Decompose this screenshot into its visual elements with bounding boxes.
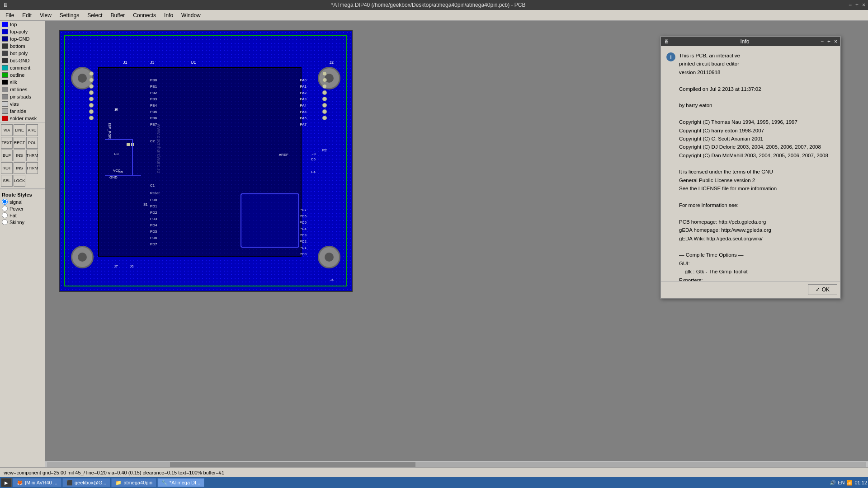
- layer-far-side[interactable]: far side: [0, 108, 45, 115]
- menu-view[interactable]: View: [36, 11, 55, 19]
- dialog-minimize[interactable]: −: [821, 38, 824, 45]
- scrollbar-track[interactable]: [47, 462, 866, 467]
- smd-pad: [127, 143, 130, 146]
- layer-rat-lines[interactable]: rat lines: [0, 86, 45, 93]
- titlebar: 🖥 *ATmega DIP40 (/home/geekbox/Desktop/a…: [0, 0, 868, 10]
- menu-file[interactable]: File: [2, 11, 18, 19]
- route-skinny[interactable]: Skinny: [2, 219, 43, 225]
- route-power[interactable]: Power: [2, 205, 43, 212]
- label-isp: ISP_PGR: [108, 123, 112, 139]
- layer-rat-label: rat lines: [10, 87, 28, 92]
- route-signal[interactable]: signal: [2, 198, 43, 205]
- layer-bottom-label: bottom: [10, 43, 25, 49]
- menu-edit[interactable]: Edit: [19, 11, 35, 19]
- menu-settings[interactable]: Settings: [56, 11, 83, 19]
- dialog-icon: 🖥: [664, 38, 669, 45]
- statusbar-bottom: view=component grid=25.00 mil 45_/ line=…: [0, 467, 868, 477]
- label-c1: C1: [150, 183, 155, 188]
- layer-top[interactable]: top: [0, 21, 45, 28]
- label-j1: J1: [123, 60, 127, 65]
- tool-line[interactable]: LINE: [14, 124, 25, 136]
- minimize-button[interactable]: −: [849, 2, 852, 8]
- layer-pins-label: pins/pads: [10, 94, 31, 99]
- label-pb6: PB6: [150, 116, 157, 120]
- taskbar-filemanager[interactable]: 📁 atmega40pin: [111, 478, 156, 487]
- scrollbar-thumb[interactable]: [170, 462, 416, 467]
- label-c6: C6: [311, 157, 316, 161]
- layer-bottom-color: [2, 43, 8, 49]
- layer-outline[interactable]: outline: [0, 71, 45, 79]
- layer-bot-gnd[interactable]: bot-GND: [0, 57, 45, 64]
- layer-bot-gnd-label: bot-GND: [10, 58, 29, 63]
- corner-hole-bl: [78, 253, 87, 262]
- close-button[interactable]: ×: [862, 2, 865, 8]
- dialog-maximize[interactable]: +: [827, 38, 830, 45]
- tool-thrm[interactable]: THRM: [26, 150, 38, 161]
- layer-rat-color: [2, 87, 8, 92]
- layer-pins-pads[interactable]: pins/pads: [0, 93, 45, 100]
- maximize-button[interactable]: +: [855, 2, 859, 8]
- layer-silk[interactable]: silk: [0, 79, 45, 86]
- layer-outline-label: outline: [10, 72, 24, 78]
- tool-buf[interactable]: BUF: [1, 150, 13, 161]
- menu-info[interactable]: Info: [160, 11, 177, 19]
- tool-sel[interactable]: SEL: [1, 175, 13, 187]
- tool-via[interactable]: VIA: [1, 124, 13, 136]
- menu-window[interactable]: Window: [178, 11, 204, 19]
- layer-solder-mask[interactable]: solder mask: [0, 115, 45, 122]
- sidebar: top top-poly top-GND bottom bot-poly bot…: [0, 21, 45, 467]
- ok-button[interactable]: ✓ OK: [808, 284, 837, 295]
- layer-top-gnd[interactable]: top-GND: [0, 35, 45, 42]
- tool-text[interactable]: TEXT: [1, 137, 13, 149]
- dialog-title: Info: [740, 38, 749, 45]
- label-pa1: PA1: [300, 84, 307, 89]
- start-button[interactable]: ▶: [1, 478, 12, 487]
- layer-vias[interactable]: vias: [0, 100, 45, 108]
- volume-icon[interactable]: 🔊: [830, 480, 836, 486]
- status-text: view=component grid=25.00 mil 45_/ line=…: [4, 470, 224, 475]
- corner-hole-tl: [78, 74, 87, 83]
- layer-top-poly-label: top-poly: [10, 29, 28, 34]
- dialog-footer: ✓ OK: [661, 281, 840, 298]
- taskbar-terminal[interactable]: ⬛ geekbox@G...: [62, 478, 110, 487]
- trace-v1: [132, 139, 133, 175]
- pad: [89, 78, 94, 82]
- taskbar-firefox[interactable]: 🦊 [Mini AVR40 ...: [13, 478, 61, 487]
- tool-poly[interactable]: POL: [26, 137, 38, 149]
- tool-arc[interactable]: ARC: [26, 124, 38, 136]
- pcb-board[interactable]: J3 U1 J2 J5 J1 PB0 PB1 PB2 PB3 PB4 PB5 P…: [59, 30, 353, 292]
- taskbar-pcb[interactable]: 🔧 *ATmega DI...: [157, 478, 204, 487]
- label-pb5: PB5: [150, 110, 157, 114]
- tool-thrm2[interactable]: THRM: [26, 162, 38, 174]
- menu-buffer[interactable]: Buffer: [107, 11, 129, 19]
- layer-bot-poly[interactable]: bot-poly: [0, 50, 45, 57]
- layer-comment-color: [2, 65, 8, 70]
- horizontal-scrollbar[interactable]: [45, 461, 868, 467]
- dialog-close[interactable]: ×: [834, 38, 837, 45]
- label-s1: S1: [143, 202, 148, 206]
- label-pc5: PC5: [299, 221, 307, 225]
- label-j3: J3: [150, 60, 155, 65]
- tool-rot[interactable]: ROT: [1, 162, 13, 174]
- layer-comment[interactable]: comment: [0, 64, 45, 71]
- label-pc6: PC6: [299, 214, 307, 218]
- dialog-controls: − + ×: [821, 38, 837, 45]
- corner-pad-tr: [318, 67, 340, 89]
- keyboard-layout: EN: [838, 480, 844, 485]
- menu-connects[interactable]: Connects: [129, 11, 160, 19]
- window-title: *ATmega DIP40 (/home/geekbox/Desktop/atm…: [8, 2, 849, 8]
- route-styles-section: Route Styles signal Power Fat Skinny: [0, 189, 45, 227]
- tool-ins[interactable]: INS: [14, 150, 25, 161]
- layer-top-gnd-color: [2, 36, 8, 42]
- layer-top-gnd-label: top-GND: [10, 36, 29, 42]
- tool-ins2[interactable]: INS: [14, 162, 25, 174]
- menu-select[interactable]: Select: [84, 11, 106, 19]
- layer-vias-label: vias: [10, 101, 19, 107]
- tool-rect[interactable]: RECT: [14, 137, 25, 149]
- layer-bottom[interactable]: bottom: [0, 42, 45, 50]
- route-fat[interactable]: Fat: [2, 212, 43, 219]
- label-j7: J7: [114, 264, 118, 268]
- label-pb0: PB0: [150, 78, 157, 82]
- layer-top-poly[interactable]: top-poly: [0, 28, 45, 35]
- tool-lock[interactable]: LOCK: [14, 175, 25, 187]
